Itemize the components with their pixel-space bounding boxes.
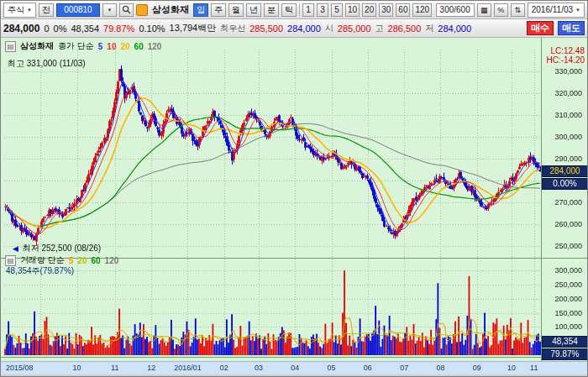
ma120-label: 120 xyxy=(148,42,162,51)
hc-value: HC:-14.20 xyxy=(546,55,585,65)
ma60-label: 60 xyxy=(134,42,144,51)
best-ask-price: 285,500 xyxy=(249,24,283,34)
low-label: 저 xyxy=(425,23,433,34)
trade-value: 13,794백만 xyxy=(170,22,217,34)
prev-stock-button[interactable]: 전 xyxy=(39,3,54,17)
volume-legend: ▤ 거래량 단순 5 20 60 120 xyxy=(5,254,118,266)
percent-scale-button[interactable]: % xyxy=(494,3,508,17)
period-day-button[interactable]: 일 xyxy=(193,3,208,17)
code-dropdown-button[interactable]: ▼ xyxy=(102,3,117,17)
period-tick-button[interactable]: 틱 xyxy=(281,3,297,17)
period-week-button[interactable]: 주 xyxy=(211,3,226,17)
interval-5-button[interactable]: 5 xyxy=(331,3,343,17)
volume-tag-value: 48,354 xyxy=(542,336,588,348)
candlestick-chart-canvas[interactable] xyxy=(1,38,588,377)
best-quote-label: 최우선 xyxy=(220,23,245,34)
price-tag-pct: 0.00% xyxy=(542,178,588,190)
chevron-down-icon: ▼ xyxy=(575,8,580,13)
legend-stock-name: 삼성화재 xyxy=(20,40,54,52)
volume-legend-label: 거래량 단순 xyxy=(20,254,65,266)
vol-ma60-label: 60 xyxy=(91,256,100,265)
interval-60-button[interactable]: 60 xyxy=(396,3,410,17)
percent-icon: % xyxy=(497,6,504,14)
volume-value: 48,354 xyxy=(71,24,99,34)
price-change: 0 xyxy=(44,24,49,34)
open-price: 285,000 xyxy=(338,24,371,34)
ma20-label: 20 xyxy=(120,42,129,51)
price-tag-value: 284,000 xyxy=(542,165,588,177)
low-annotation-text: 최저 252,500 (08/26) xyxy=(23,243,101,253)
current-price: 284,000 xyxy=(3,23,39,34)
volume-count: 48,354주(79.87%) xyxy=(6,265,74,277)
ma5-label: 5 xyxy=(98,42,103,51)
interval-1-button[interactable]: 1 xyxy=(302,3,314,17)
period-minute-button[interactable]: 분 xyxy=(264,3,279,17)
stock-chart-window: 주식 ▼ 전 ▼ 삼성화재 일 주 월 년 분 틱 1 3 5 10 20 30… xyxy=(0,0,588,377)
price-change-pct: 0% xyxy=(54,24,67,34)
legend-settings-icon[interactable]: ▤ xyxy=(5,41,16,52)
toolbar-right-group: 300/600 ▦ % ⇅ 2016/11/03 ▼ xyxy=(436,3,585,18)
quote-bar: 284,000 0 0% 48,354 79.87% 0.10% 13,794백… xyxy=(1,19,587,38)
interval-30-button[interactable]: 30 xyxy=(379,3,393,17)
ma10-label: 10 xyxy=(107,42,116,51)
toolbar-main: 주식 ▼ 전 ▼ 삼성화재 일 주 월 년 분 틱 1 3 5 10 20 30… xyxy=(1,1,587,19)
price-legend: ▤ 삼성화재 종가 단순 5 10 20 60 120 xyxy=(5,40,161,52)
chart-style-button[interactable]: ▦ xyxy=(477,3,491,17)
lc-hc-readout: LC:12.48 HC:-14.20 xyxy=(546,46,585,65)
volume-tag-pct: 79.87% xyxy=(542,348,588,360)
interval-20-button[interactable]: 20 xyxy=(362,3,376,17)
volume-ratio: 79.87% xyxy=(103,24,134,34)
interval-120-button[interactable]: 120 xyxy=(412,3,432,17)
lc-value: LC:12.48 xyxy=(546,46,585,55)
period-year-button[interactable]: 년 xyxy=(246,3,261,17)
bar-count-box[interactable]: 300/600 xyxy=(436,3,475,17)
asset-type-label: 주식 xyxy=(8,4,24,16)
high-annotation-text: 최고 331,000 (11/03) xyxy=(8,59,86,68)
best-bid-price: 284,000 xyxy=(287,24,321,34)
search-icon xyxy=(122,5,131,14)
asset-type-combo[interactable]: 주식 ▼ xyxy=(3,3,36,18)
sell-button[interactable]: 매도 xyxy=(558,21,585,35)
compare-button[interactable]: ⇅ xyxy=(511,3,525,17)
price-tag: 284,000 0.00% xyxy=(542,165,588,191)
up-down-arrows-icon: ⇅ xyxy=(514,6,521,14)
date-label: 2016/11/03 xyxy=(532,5,573,14)
high-price: 286,500 xyxy=(388,24,422,34)
arrow-left-icon: ◀ xyxy=(13,244,18,253)
grid-icon: ▦ xyxy=(480,6,488,14)
chevron-down-icon: ▼ xyxy=(27,8,32,13)
high-annotation: 최고 331,000 (11/03) xyxy=(8,58,86,70)
turnover-pct: 0.10% xyxy=(139,24,165,34)
period-month-button[interactable]: 월 xyxy=(228,3,244,17)
buy-button[interactable]: 매수 xyxy=(527,21,554,35)
vol-ma20-label: 20 xyxy=(77,256,87,265)
toolbar-separator xyxy=(299,4,300,16)
stock-grade-icon xyxy=(136,4,148,16)
legend-settings-icon[interactable]: ▤ xyxy=(5,255,16,266)
vol-ma120-label: 120 xyxy=(105,256,119,265)
interval-3-button[interactable]: 3 xyxy=(317,3,328,17)
stock-code-input[interactable] xyxy=(56,3,100,17)
interval-10-button[interactable]: 10 xyxy=(345,3,360,17)
volume-tag: 48,354 79.87% xyxy=(542,336,588,361)
legend-ma-label: 종가 단순 xyxy=(58,40,94,52)
chevron-down-icon: ▼ xyxy=(107,8,112,13)
search-button[interactable] xyxy=(119,3,134,17)
date-picker[interactable]: 2016/11/03 ▼ xyxy=(528,3,585,18)
stock-name-label: 삼성화재 xyxy=(150,3,191,16)
vol-ma5-label: 5 xyxy=(69,256,74,265)
low-annotation: ◀ 최저 252,500 (08/26) xyxy=(13,243,101,254)
chart-panel[interactable]: ▤ 삼성화재 종가 단순 5 10 20 60 120 LC:12.48 HC:… xyxy=(1,38,588,377)
low-price: 284,000 xyxy=(438,24,471,34)
open-label: 시 xyxy=(325,23,333,34)
high-label: 고 xyxy=(375,23,384,34)
